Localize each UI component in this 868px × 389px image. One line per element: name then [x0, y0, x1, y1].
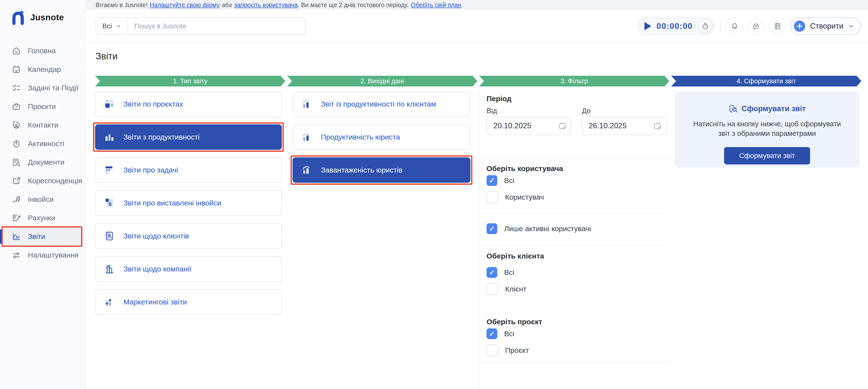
main-area: Вітаємо в Jusnote! Налаштуйте свою фірму…	[85, 0, 868, 389]
sidebar-item-kontakty[interactable]: Контакти	[2, 116, 82, 134]
client-filter-title: Оберіть клієнта	[487, 252, 669, 261]
plus-icon	[794, 21, 805, 32]
sidebar-item-aktyvnosti[interactable]: Активності	[2, 134, 82, 153]
date-to-value[interactable]	[588, 121, 643, 130]
subtype-card-lawyer-workload[interactable]: Завантаженість юристів	[292, 157, 470, 183]
journal-button[interactable]	[769, 18, 786, 35]
logo-text: Jusnote	[30, 12, 64, 22]
sidebar-item-label: Задачі та Події	[28, 84, 79, 92]
invoice-icon	[12, 195, 21, 204]
report-types-column: Звіти по проєктах Звіти з продуктивності	[95, 91, 282, 322]
report-card-label: Звіт із продуктивності по клієнтам	[321, 100, 436, 108]
client-all-checkbox-row[interactable]: ✓ Всі	[487, 265, 669, 280]
filter-section-divider	[479, 158, 669, 158]
svg-text:$: $	[108, 201, 112, 207]
generate-header: Сформувати звіт	[675, 104, 860, 114]
document-search-icon	[12, 158, 21, 167]
filter-section-divider	[479, 245, 669, 245]
sidebar-item-zvity[interactable]: Звіти	[2, 227, 82, 246]
search-scope-dropdown[interactable]: Всі	[96, 18, 128, 34]
active-indicator	[0, 229, 2, 244]
report-card-invoices[interactable]: $ Звіти про виставлені інвойси	[95, 190, 282, 216]
invite-user-link[interactable]: запросіть користувача	[234, 1, 298, 8]
checkbox-unchecked-icon[interactable]	[487, 283, 498, 295]
create-button[interactable]: Створити	[790, 18, 861, 35]
search-input[interactable]	[128, 22, 305, 30]
step-source-data[interactable]: 2. Вихідні дані	[287, 76, 477, 87]
company-report-icon	[104, 263, 115, 274]
subtype-card-client-productivity[interactable]: Звіт із продуктивності по клієнтам	[292, 91, 470, 117]
calendar-icon[interactable]	[654, 122, 661, 130]
checkbox-checked-icon[interactable]: ✓	[487, 223, 497, 234]
play-icon[interactable]	[644, 22, 651, 30]
sidebar: Jusnote Головна Календар	[0, 0, 85, 389]
sidebar-item-proekty[interactable]: Проєкти	[2, 97, 82, 116]
messages-button[interactable]	[747, 18, 765, 35]
user-single-checkbox-row[interactable]: Користувач	[487, 190, 669, 204]
filter-column: Період Від	[487, 95, 669, 362]
date-from-input[interactable]	[487, 117, 571, 135]
banner-trial-text: . Ви маєте ще 2 днів тестового періоду.	[298, 1, 409, 8]
step-filter[interactable]: 3. Фільтр	[479, 76, 670, 87]
time-tracker: 00:00:00	[638, 17, 715, 35]
contacts-icon	[12, 121, 21, 130]
checkbox-checked-icon[interactable]: ✓	[487, 175, 497, 186]
report-card-company[interactable]: Звіти щодо компанії	[95, 256, 282, 282]
generate-report-button[interactable]: Сформувати звіт	[724, 147, 810, 164]
project-filter-title: Оберіть проєкт	[487, 318, 669, 326]
correspondence-icon	[12, 176, 21, 186]
date-to-input[interactable]	[582, 117, 666, 135]
report-card-tasks[interactable]: Звіти про задачі	[95, 157, 282, 183]
report-subtypes-column: Звіт із продуктивності по клієнтам Проду…	[292, 91, 470, 190]
user-all-checkbox-row[interactable]: ✓ Всі	[487, 173, 669, 188]
checkbox-label: Користувач	[505, 193, 544, 201]
project-all-checkbox-row[interactable]: ✓ Всі	[487, 326, 669, 341]
report-card-label: Звіти щодо компанії	[123, 265, 191, 273]
checkbox-checked-icon[interactable]: ✓	[487, 328, 497, 339]
sidebar-item-rakhunky[interactable]: Рахунки	[2, 209, 82, 227]
checkbox-unchecked-icon[interactable]	[487, 191, 498, 203]
sidebar-item-label: Календар	[28, 65, 61, 73]
projects-report-icon	[104, 98, 115, 110]
report-card-marketing[interactable]: Маркетингові звіти	[95, 289, 282, 315]
sidebar-item-holovna[interactable]: Головна	[2, 41, 82, 60]
checkbox-label: Всі	[504, 176, 515, 185]
stopwatch-button[interactable]	[698, 19, 712, 33]
invoices-report-icon: $	[104, 197, 115, 209]
report-card-productivity[interactable]: Звіти з продуктивності	[95, 124, 282, 150]
report-card-projects[interactable]: Звіти по проєктах	[95, 91, 282, 117]
subtype-card-lawyer-productivity[interactable]: Продуктивність юриста	[292, 124, 470, 150]
checkbox-checked-icon[interactable]: ✓	[487, 267, 497, 278]
active-users-checkbox-row[interactable]: ✓ Лише активні користувачі	[487, 221, 669, 236]
report-card-label: Звіти щодо клієнтів	[123, 232, 189, 240]
sidebar-item-kalendar[interactable]: Календар	[2, 60, 82, 79]
client-single-checkbox-row[interactable]: Клієнт	[487, 282, 669, 296]
project-single-checkbox-row[interactable]: Проєкт	[487, 343, 669, 358]
generate-description: Натисніть на кнопку нижче, щоб сформуват…	[689, 119, 845, 138]
productivity-report-icon	[104, 131, 115, 143]
sidebar-item-nalashtuvannia[interactable]: Налаштування	[2, 246, 82, 264]
sidebar-item-zadachi[interactable]: Задачі та Події	[2, 79, 82, 97]
briefcase-icon	[12, 102, 21, 111]
step-generate[interactable]: 4. Сформувати звіт	[671, 76, 861, 87]
settings-sliders-icon	[12, 251, 21, 260]
notifications-button[interactable]	[726, 18, 743, 35]
filter-section-divider	[479, 213, 669, 213]
header-divider	[720, 21, 721, 31]
report-card-label: Звіти про виставлені інвойси	[123, 199, 221, 207]
logo[interactable]: Jusnote	[11, 10, 85, 25]
search-scope-label: Всі	[102, 22, 112, 30]
choose-plan-link[interactable]: Оберіть свій план	[411, 1, 461, 8]
sidebar-item-dokumenty[interactable]: Документи	[2, 153, 82, 171]
checkbox-unchecked-icon[interactable]	[487, 345, 498, 356]
calendar-icon[interactable]	[558, 122, 566, 130]
step-report-type[interactable]: 1. Тип звіту	[95, 76, 285, 87]
sidebar-item-invoisy[interactable]: Інвойси	[2, 190, 82, 209]
date-from-value[interactable]	[493, 121, 548, 130]
report-card-clients[interactable]: Звіти щодо клієнтів	[95, 223, 282, 249]
checkbox-label: Клієнт	[505, 285, 526, 293]
report-card-label: Продуктивність юриста	[321, 133, 400, 141]
setup-firm-link[interactable]: Налаштуйте свою фірму	[150, 1, 220, 8]
sidebar-item-korespondentsiia[interactable]: Кореспонденція	[2, 171, 82, 190]
reports-icon	[12, 232, 21, 241]
